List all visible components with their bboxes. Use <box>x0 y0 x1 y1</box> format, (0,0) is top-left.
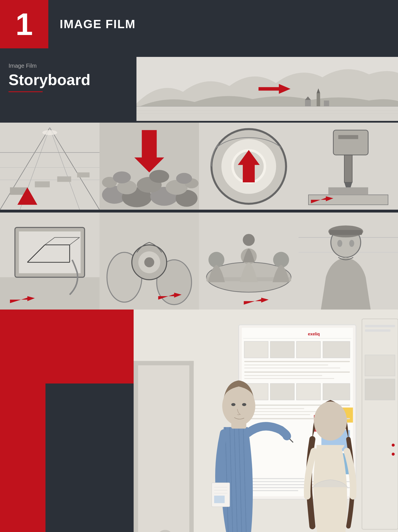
svg-rect-100 <box>244 341 268 358</box>
svg-point-88 <box>349 240 355 247</box>
svg-rect-50 <box>328 187 368 195</box>
svg-rect-93 <box>134 361 194 366</box>
header: 1 IMAGE FILM <box>0 0 398 48</box>
svg-rect-156 <box>362 319 398 529</box>
svg-point-137 <box>242 403 246 406</box>
red-accent-strip <box>0 383 45 532</box>
svg-point-79 <box>243 234 255 246</box>
header-title-box: IMAGE FILM <box>48 0 136 48</box>
svg-rect-157 <box>365 325 395 327</box>
svg-point-162 <box>392 453 395 456</box>
svg-point-71 <box>144 257 154 267</box>
hero-sketch-image <box>136 57 398 121</box>
svg-rect-20 <box>35 181 50 187</box>
storyboard-cell-assembly <box>100 213 199 310</box>
svg-point-23 <box>42 130 57 135</box>
svg-rect-108 <box>244 375 322 376</box>
svg-point-135 <box>222 387 255 426</box>
svg-rect-3 <box>317 93 320 106</box>
svg-rect-55 <box>0 277 100 310</box>
storyboard-title: Storyboard <box>9 71 128 88</box>
svg-rect-102 <box>297 341 321 358</box>
factory-sketch <box>0 123 100 210</box>
storyboard-cell-pipe <box>199 123 298 210</box>
storyboard-row-2 <box>0 213 398 310</box>
red-accent-top <box>0 310 45 383</box>
svg-point-87 <box>337 240 343 247</box>
storyboard-underline <box>9 91 43 92</box>
drill-sketch <box>298 123 398 210</box>
red-content-block <box>45 310 134 383</box>
svg-rect-57 <box>19 232 81 273</box>
storyboard-cell-factory <box>0 123 100 210</box>
main-content-area: exeliq <box>45 310 398 532</box>
svg-rect-101 <box>270 341 295 358</box>
svg-rect-47 <box>344 155 352 182</box>
storyboard-cell-worker <box>298 213 398 310</box>
rocks-sketch <box>100 123 199 210</box>
svg-rect-109 <box>244 378 334 379</box>
svg-point-37 <box>176 173 192 184</box>
left-accent-column <box>0 310 45 532</box>
storyboard-row-1 <box>0 123 398 210</box>
svg-rect-105 <box>244 365 328 366</box>
cad-sketch <box>0 213 100 310</box>
svg-rect-104 <box>244 361 350 362</box>
svg-rect-22 <box>77 172 90 178</box>
assembly-sketch <box>100 213 199 310</box>
svg-rect-107 <box>244 372 350 373</box>
pipe-sketch <box>199 123 298 210</box>
svg-rect-7 <box>324 100 329 106</box>
header-number-box: 1 <box>0 0 48 48</box>
hero-landscape-svg <box>136 57 398 121</box>
svg-rect-11 <box>0 123 100 210</box>
storyboard-hero-row: Image Film Storyboard <box>0 48 398 121</box>
svg-point-36 <box>149 170 169 183</box>
storyboard-subtitle: Image Film <box>9 63 128 69</box>
presentation-scene-svg: exeliq <box>134 310 398 532</box>
svg-rect-112 <box>297 383 321 400</box>
storyboard-cell-cad <box>0 213 100 310</box>
worker-sketch <box>298 213 398 310</box>
svg-rect-106 <box>244 368 340 368</box>
svg-rect-120 <box>244 411 316 412</box>
bottom-combined-section: exeliq <box>0 310 398 532</box>
svg-rect-121 <box>244 414 310 415</box>
svg-rect-113 <box>323 383 350 400</box>
svg-rect-123 <box>244 478 304 479</box>
storyboard-cell-meeting <box>199 213 298 310</box>
svg-rect-52 <box>338 135 358 139</box>
svg-rect-21 <box>57 176 71 182</box>
storyboard-label: Image Film Storyboard <box>0 57 136 121</box>
svg-rect-92 <box>134 361 138 532</box>
meeting-sketch <box>199 213 298 310</box>
svg-rect-103 <box>323 341 350 358</box>
svg-rect-159 <box>365 355 395 376</box>
svg-rect-95 <box>138 366 189 532</box>
photo-area: exeliq <box>134 310 398 532</box>
svg-rect-158 <box>365 329 391 332</box>
svg-rect-142 <box>214 496 225 503</box>
svg-rect-5 <box>305 100 311 106</box>
svg-rect-111 <box>270 383 295 400</box>
svg-point-147 <box>314 402 347 441</box>
svg-text:exeliq: exeliq <box>308 332 320 336</box>
svg-point-136 <box>231 403 235 406</box>
svg-rect-160 <box>365 379 395 400</box>
header-title: IMAGE FILM <box>60 17 136 31</box>
svg-rect-94 <box>189 361 194 532</box>
svg-point-161 <box>392 444 395 447</box>
storyboard-cell-rocks <box>100 123 199 210</box>
svg-rect-46 <box>333 130 368 155</box>
storyboard-cell-drill <box>298 123 398 210</box>
svg-rect-86 <box>329 230 362 235</box>
svg-point-35 <box>113 171 131 183</box>
header-number: 1 <box>15 9 33 40</box>
